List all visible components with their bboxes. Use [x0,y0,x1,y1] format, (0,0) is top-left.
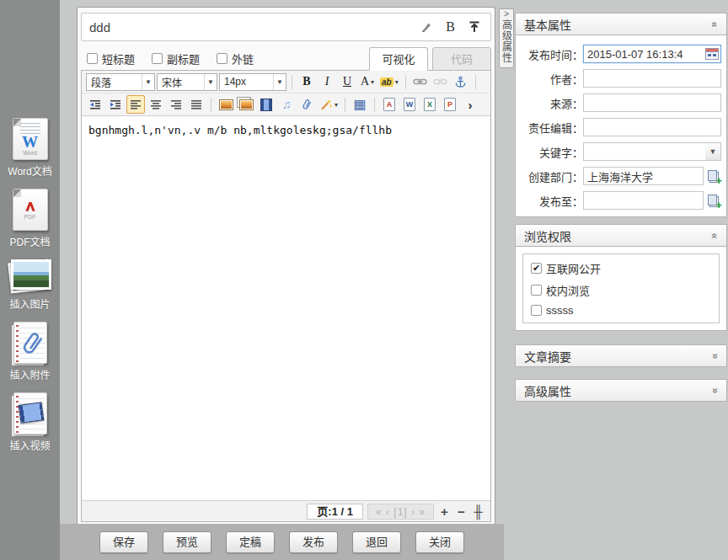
plus-icon: + [715,200,722,211]
paragraph-style-select[interactable]: 段落 ▼ [86,73,155,91]
checkbox-box [531,305,542,316]
sidebar-item-insert-attachment[interactable]: 插入附件 [3,322,57,381]
sidebar-item-label: 插入图片 [9,296,50,311]
insert-video-button[interactable] [257,95,276,114]
font-size-select[interactable]: 14px ▼ [219,73,286,91]
ppt-file-icon: P [444,98,456,111]
publish-to-input[interactable] [583,191,704,210]
finalize-button[interactable]: 定稿 [226,531,275,553]
attachment-sidebar: W Word Word文档 PDF PDF文档 插入图片 插入附件 [0,0,60,560]
external-link-checkbox[interactable]: 外链 [217,51,254,67]
permissions-list: ✔ 互联网公开 校内浏览 sssss [522,253,720,323]
sidebar-item-word-doc[interactable]: W Word Word文档 [3,118,57,178]
save-button[interactable]: 保存 [99,531,148,553]
outdent-icon [88,98,102,111]
preview-button[interactable]: 预览 [163,531,211,553]
browse-permissions-header[interactable]: 浏览权限 « [515,224,727,247]
org-picker-icon[interactable]: + [706,194,721,208]
move-to-top-icon[interactable] [468,20,481,34]
pdf-doc-icon: PDF [13,189,48,231]
editor-content-area[interactable]: bgnhmgh.l,n'vn,.v m/b nb,mltkgoleskg;gsa… [82,116,490,500]
publish-time-input[interactable] [583,45,721,63]
indent-button[interactable] [106,95,125,114]
calendar-icon[interactable] [705,47,719,60]
permission-campus-only-checkbox[interactable]: 校内浏览 [531,282,711,298]
sidebar-item-pdf-doc[interactable]: PDF PDF文档 [3,189,57,248]
checkbox-box-checked: ✔ [531,263,542,274]
permission-internet-public-checkbox[interactable]: ✔ 互联网公开 [531,260,711,276]
anchor-button[interactable] [452,72,470,91]
page-fold [13,119,21,126]
import-word-button[interactable]: W [400,95,419,114]
align-right-button[interactable] [167,95,185,114]
collapse-icon: « [709,232,721,238]
keywords-label: 关键字： [519,144,583,160]
sidebar-item-insert-image[interactable]: 插入图片 [3,259,57,311]
vertical-tab-label: 高级属性 [500,19,514,63]
align-left-button[interactable] [126,95,145,114]
align-center-button[interactable] [147,95,165,114]
keywords-input[interactable] [583,142,705,161]
advanced-properties-header[interactable]: 高级属性 « [515,379,727,402]
split-page-button[interactable]: ╫ [472,505,484,518]
add-page-button[interactable]: + [438,505,451,518]
permission-sssss-checkbox[interactable]: sssss [531,304,711,317]
source-input[interactable] [583,93,721,112]
highlight-color-button[interactable]: ab ▾ [378,72,400,91]
import-ppt-button[interactable]: P [441,95,459,114]
rich-text-editor: 段落 ▼ 宋体 ▼ 14px ▼ B I U A ▾ ab ▾ [81,70,491,522]
basic-properties-header[interactable]: 基本属性 « [515,13,727,35]
author-input[interactable] [583,69,721,88]
org-picker-icon[interactable]: + [706,169,721,184]
import-pdf-button[interactable]: A [380,95,399,114]
tab-visual[interactable]: 可视化 [369,47,428,71]
insert-table-button[interactable]: ▦ [351,95,369,114]
music-note-icon: ♫ [282,98,292,111]
short-title-checkbox[interactable]: 短标题 [87,51,135,67]
advanced-properties-vertical-tab[interactable]: > 高级属性 [499,8,514,68]
separator [405,75,406,89]
align-justify-button[interactable] [187,95,206,114]
indent-icon [109,98,122,111]
checkbox-box [217,53,228,64]
remove-link-button[interactable] [431,72,450,91]
subtitle-checkbox[interactable]: 副标题 [152,51,200,67]
image-icon [219,99,233,110]
import-excel-button[interactable]: X [420,95,439,114]
outdent-button[interactable] [86,95,104,114]
keywords-dropdown-button[interactable]: ▼ [705,142,721,161]
create-department-input[interactable] [583,167,704,185]
select-value: 段落 [87,75,142,89]
editor-in-charge-input[interactable] [583,118,721,136]
anchor-icon [454,76,467,88]
bold-button[interactable]: B [297,72,316,91]
font-color-button[interactable]: A ▾ [358,72,377,91]
sidebar-item-label: PDF文档 [9,234,50,248]
publish-button[interactable]: 发布 [289,531,338,553]
insert-images-button[interactable] [237,95,255,114]
title-bold-button[interactable]: B [446,19,455,35]
close-button[interactable]: 关闭 [415,531,464,553]
underline-button[interactable]: U [338,72,356,91]
sidebar-item-insert-video[interactable]: 插入视频 [3,392,57,452]
attachment-icon [13,322,47,364]
chevron-down-icon: ▾ [395,78,399,86]
effects-button[interactable]: ▾ [318,95,340,114]
checkbox-label: 互联网公开 [546,260,601,276]
remove-page-button[interactable]: − [455,505,468,518]
article-summary-header[interactable]: 文章摘要 « [515,344,727,367]
pen-icon[interactable] [420,20,433,34]
adobe-mark [23,200,38,212]
insert-link-button[interactable] [411,72,430,91]
insert-attachment-button[interactable] [297,95,316,114]
return-button[interactable]: 退回 [352,531,401,553]
page-indicator: 页:1 / 1 [307,504,363,520]
font-family-select[interactable]: 宋体 ▼ [157,73,217,91]
insert-audio-button[interactable]: ♫ [277,95,296,114]
italic-button[interactable]: I [318,72,336,91]
chevron-down-icon: ▾ [371,78,374,86]
more-tools-button[interactable]: › [461,95,479,114]
tab-code[interactable]: 代码 [432,47,491,71]
pagination-controls[interactable]: « ‹ [1] › » [367,504,434,520]
insert-image-button[interactable] [217,95,235,114]
